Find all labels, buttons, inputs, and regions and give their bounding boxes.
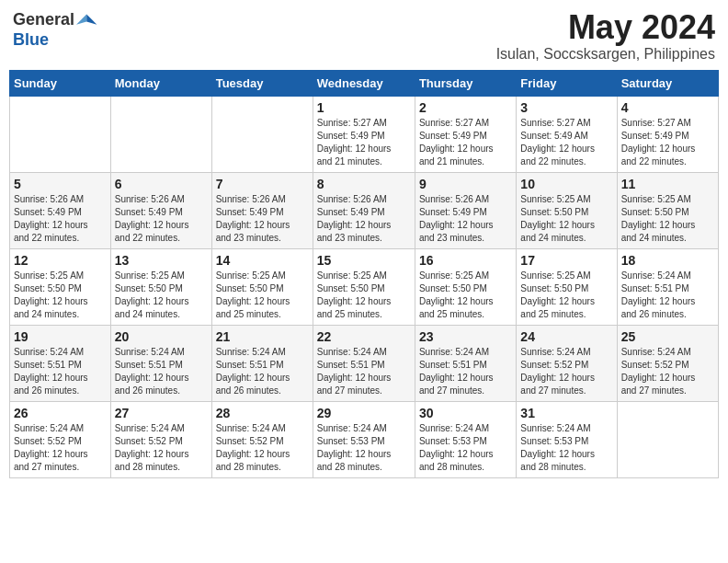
day-info: Sunrise: 5:24 AM Sunset: 5:52 PM Dayligh… (115, 422, 208, 474)
calendar-week-4: 19Sunrise: 5:24 AM Sunset: 5:51 PM Dayli… (10, 325, 719, 401)
day-info: Sunrise: 5:25 AM Sunset: 5:50 PM Dayligh… (317, 270, 411, 321)
calendar-cell: 11Sunrise: 5:25 AM Sunset: 5:50 PM Dayli… (617, 172, 718, 248)
day-info: Sunrise: 5:24 AM Sunset: 5:51 PM Dayligh… (317, 346, 411, 397)
day-info: Sunrise: 5:24 AM Sunset: 5:52 PM Dayligh… (520, 346, 612, 397)
logo-text-blue: Blue (13, 31, 49, 50)
calendar-cell: 22Sunrise: 5:24 AM Sunset: 5:51 PM Dayli… (313, 325, 415, 401)
calendar-cell: 8Sunrise: 5:26 AM Sunset: 5:49 PM Daylig… (313, 172, 415, 248)
weekday-header-thursday: Thursday (415, 70, 516, 96)
day-info: Sunrise: 5:24 AM Sunset: 5:51 PM Dayligh… (621, 270, 714, 321)
svg-marker-1 (76, 15, 86, 25)
calendar-cell: 20Sunrise: 5:24 AM Sunset: 5:51 PM Dayli… (110, 325, 211, 401)
day-info: Sunrise: 5:25 AM Sunset: 5:50 PM Dayligh… (419, 270, 512, 321)
day-number: 26 (14, 406, 107, 420)
day-number: 13 (115, 253, 208, 268)
day-info: Sunrise: 5:26 AM Sunset: 5:49 PM Dayligh… (317, 193, 411, 245)
weekday-header-monday: Monday (110, 70, 211, 96)
day-info: Sunrise: 5:26 AM Sunset: 5:49 PM Dayligh… (115, 193, 208, 245)
logo: General Blue (13, 9, 98, 50)
day-info: Sunrise: 5:24 AM Sunset: 5:52 PM Dayligh… (621, 346, 714, 397)
svg-marker-0 (86, 15, 97, 25)
calendar-cell (10, 96, 111, 172)
calendar-cell: 28Sunrise: 5:24 AM Sunset: 5:52 PM Dayli… (211, 401, 313, 477)
day-info: Sunrise: 5:24 AM Sunset: 5:51 PM Dayligh… (14, 346, 107, 397)
logo-text-general: General (13, 11, 74, 29)
day-info: Sunrise: 5:25 AM Sunset: 5:50 PM Dayligh… (520, 193, 612, 245)
day-info: Sunrise: 5:24 AM Sunset: 5:51 PM Dayligh… (115, 346, 208, 397)
calendar-week-3: 12Sunrise: 5:25 AM Sunset: 5:50 PM Dayli… (10, 248, 719, 325)
day-number: 11 (621, 177, 714, 191)
calendar-week-5: 26Sunrise: 5:24 AM Sunset: 5:52 PM Dayli… (10, 401, 719, 477)
calendar-cell: 23Sunrise: 5:24 AM Sunset: 5:51 PM Dayli… (415, 325, 516, 401)
calendar-cell: 15Sunrise: 5:25 AM Sunset: 5:50 PM Dayli… (313, 248, 415, 325)
day-info: Sunrise: 5:24 AM Sunset: 5:52 PM Dayligh… (14, 422, 107, 474)
day-info: Sunrise: 5:24 AM Sunset: 5:51 PM Dayligh… (419, 346, 512, 397)
calendar-cell: 2Sunrise: 5:27 AM Sunset: 5:49 PM Daylig… (415, 96, 516, 172)
day-info: Sunrise: 5:25 AM Sunset: 5:50 PM Dayligh… (520, 270, 612, 321)
weekday-header-sunday: Sunday (10, 70, 111, 96)
day-number: 12 (14, 253, 107, 268)
weekday-header-wednesday: Wednesday (313, 70, 415, 96)
day-number: 1 (317, 100, 411, 115)
calendar-cell: 17Sunrise: 5:25 AM Sunset: 5:50 PM Dayli… (517, 248, 617, 325)
location-title: Isulan, Soccsksargen, Philippines (496, 46, 715, 63)
day-info: Sunrise: 5:24 AM Sunset: 5:53 PM Dayligh… (317, 422, 411, 474)
calendar-cell: 9Sunrise: 5:26 AM Sunset: 5:49 PM Daylig… (415, 172, 516, 248)
day-number: 31 (520, 406, 612, 420)
day-number: 10 (520, 177, 612, 191)
calendar-cell (211, 96, 313, 172)
day-info: Sunrise: 5:25 AM Sunset: 5:50 PM Dayligh… (621, 193, 714, 245)
day-info: Sunrise: 5:24 AM Sunset: 5:53 PM Dayligh… (419, 422, 512, 474)
day-number: 23 (419, 329, 512, 344)
day-number: 21 (216, 329, 309, 344)
day-info: Sunrise: 5:27 AM Sunset: 5:49 PM Dayligh… (621, 117, 714, 168)
day-number: 29 (317, 406, 411, 420)
day-info: Sunrise: 5:26 AM Sunset: 5:49 PM Dayligh… (14, 193, 107, 245)
day-number: 6 (115, 177, 208, 191)
day-number: 19 (14, 329, 107, 344)
calendar-cell: 25Sunrise: 5:24 AM Sunset: 5:52 PM Dayli… (617, 325, 718, 401)
day-number: 2 (419, 100, 512, 115)
day-info: Sunrise: 5:27 AM Sunset: 5:49 AM Dayligh… (520, 117, 612, 168)
calendar-cell: 1Sunrise: 5:27 AM Sunset: 5:49 PM Daylig… (313, 96, 415, 172)
day-number: 9 (419, 177, 512, 191)
page-header: General Blue May 2024 Isulan, Soccsksarg… (9, 9, 719, 63)
calendar-week-1: 1Sunrise: 5:27 AM Sunset: 5:49 PM Daylig… (10, 96, 719, 172)
calendar-cell: 16Sunrise: 5:25 AM Sunset: 5:50 PM Dayli… (415, 248, 516, 325)
day-number: 3 (520, 100, 612, 115)
weekday-header-friday: Friday (517, 70, 617, 96)
day-number: 24 (520, 329, 612, 344)
day-number: 17 (520, 253, 612, 268)
day-info: Sunrise: 5:27 AM Sunset: 5:49 PM Dayligh… (317, 117, 411, 168)
day-info: Sunrise: 5:24 AM Sunset: 5:52 PM Dayligh… (216, 422, 309, 474)
day-number: 27 (115, 406, 208, 420)
day-number: 4 (621, 100, 714, 115)
calendar-cell: 21Sunrise: 5:24 AM Sunset: 5:51 PM Dayli… (211, 325, 313, 401)
calendar-cell: 7Sunrise: 5:26 AM Sunset: 5:49 PM Daylig… (211, 172, 313, 248)
day-info: Sunrise: 5:24 AM Sunset: 5:51 PM Dayligh… (216, 346, 309, 397)
calendar-cell: 12Sunrise: 5:25 AM Sunset: 5:50 PM Dayli… (10, 248, 111, 325)
calendar-cell: 5Sunrise: 5:26 AM Sunset: 5:49 PM Daylig… (10, 172, 111, 248)
calendar-cell: 29Sunrise: 5:24 AM Sunset: 5:53 PM Dayli… (313, 401, 415, 477)
calendar-cell: 6Sunrise: 5:26 AM Sunset: 5:49 PM Daylig… (110, 172, 211, 248)
day-number: 16 (419, 253, 512, 268)
calendar-cell (110, 96, 211, 172)
calendar-cell: 24Sunrise: 5:24 AM Sunset: 5:52 PM Dayli… (517, 325, 617, 401)
day-number: 8 (317, 177, 411, 191)
day-info: Sunrise: 5:25 AM Sunset: 5:50 PM Dayligh… (14, 270, 107, 321)
day-number: 25 (621, 329, 714, 344)
title-block: May 2024 Isulan, Soccsksargen, Philippin… (496, 9, 715, 63)
day-number: 15 (317, 253, 411, 268)
calendar-cell: 31Sunrise: 5:24 AM Sunset: 5:53 PM Dayli… (517, 401, 617, 477)
calendar-cell: 26Sunrise: 5:24 AM Sunset: 5:52 PM Dayli… (10, 401, 111, 477)
calendar-cell: 10Sunrise: 5:25 AM Sunset: 5:50 PM Dayli… (517, 172, 617, 248)
calendar-cell: 18Sunrise: 5:24 AM Sunset: 5:51 PM Dayli… (617, 248, 718, 325)
logo-icon (76, 9, 98, 31)
calendar-cell (617, 401, 718, 477)
weekday-header-saturday: Saturday (617, 70, 718, 96)
day-number: 18 (621, 253, 714, 268)
day-info: Sunrise: 5:26 AM Sunset: 5:49 PM Dayligh… (216, 193, 309, 245)
calendar-cell: 27Sunrise: 5:24 AM Sunset: 5:52 PM Dayli… (110, 401, 211, 477)
day-info: Sunrise: 5:24 AM Sunset: 5:53 PM Dayligh… (520, 422, 612, 474)
day-number: 30 (419, 406, 512, 420)
